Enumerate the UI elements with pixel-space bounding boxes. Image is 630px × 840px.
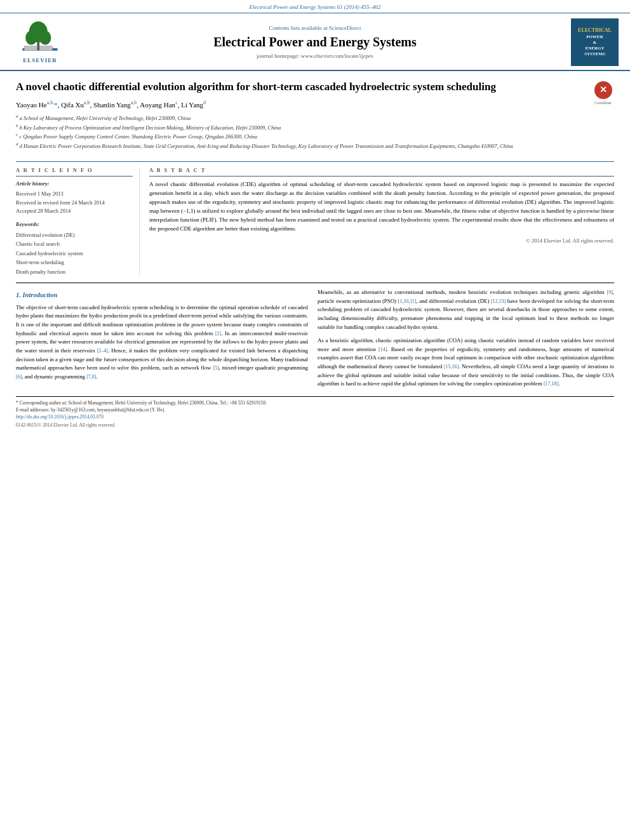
svg-point-4	[39, 30, 51, 44]
author-affil-e: d	[203, 100, 206, 105]
intro-right-paragraph2: As a heuristic algorithm, chaotic optimi…	[318, 337, 614, 389]
crossmark-icon[interactable]: ✕	[594, 81, 612, 99]
elsevier-logo: ELSEVIER	[11, 20, 69, 65]
header-middle: Contents lists available at ScienceDirec…	[69, 24, 561, 60]
author-yaoyao: Yaoyao He	[16, 101, 47, 109]
intro-left-paragraph1: The objective of short-term cascaded hyd…	[16, 303, 308, 382]
keyword-1: Differential evolution (DE)	[16, 230, 133, 239]
author-affil-c: a,b	[131, 100, 137, 105]
elsevier-tree-icon	[18, 20, 62, 55]
author-affil-a: a,b,	[47, 100, 55, 105]
affil-b: b b Key Laboratory of Process Optimizati…	[16, 123, 592, 132]
header: ELSEVIER Contents lists available at Sci…	[0, 13, 630, 71]
doi-link[interactable]: http://dx.doi.org/10.1016/j.ijepes.2014.…	[16, 414, 104, 420]
paper-title-text: A novel chaotic differential evolution a…	[16, 80, 592, 156]
affil-c: c c Qingdao Power Supply Company Control…	[16, 131, 592, 141]
journal-badge-container: ELECTRICAL POWER & ENERGY SYSTEMS	[561, 18, 619, 66]
svg-point-3	[25, 30, 37, 44]
sciencedirect-link[interactable]: Contents lists available at ScienceDirec…	[75, 24, 555, 32]
footnote-corresponding: * Corresponding author at: School of Man…	[16, 399, 614, 406]
intro-section: 1. Introduction The objective of short-t…	[16, 288, 614, 389]
paper-title: A novel chaotic differential evolution a…	[16, 80, 592, 94]
author-shanlin: Shanlin Yang	[93, 101, 131, 109]
intro-left-col: 1. Introduction The objective of short-t…	[16, 288, 308, 389]
affiliations: a a School of Management, Hefei Universi…	[16, 113, 592, 150]
accepted-date: Accepted 28 March 2014	[16, 207, 133, 216]
keyword-2: Chaotic local search	[16, 239, 133, 248]
svg-rect-6	[39, 46, 52, 50]
crossmark-section[interactable]: ✕ CrossMark	[592, 80, 614, 105]
journal-homepage: journal homepage: www.elsevier.com/locat…	[75, 52, 555, 60]
revised-date: Received in revised form 24 March 2014	[16, 199, 133, 208]
badge-title3: &	[593, 40, 597, 46]
paper-title-section: A novel chaotic differential evolution a…	[16, 71, 614, 161]
intro-right-paragraph1: Meanwhile, as an alternative to conventi…	[318, 288, 614, 331]
author-qifa: Qifa Xu	[61, 101, 84, 109]
svg-point-7	[37, 43, 39, 46]
article-info-header: A R T I C L E I N F O	[16, 167, 133, 177]
keywords-label: Keywords:	[16, 221, 133, 229]
copyright-line: © 2014 Elsevier Ltd. All rights reserved…	[149, 237, 614, 245]
authors-line: Yaoyao Hea,b,*, Qifa Xua,b, Shanlin Yang…	[16, 99, 592, 110]
abstract-col: A B S T R A C T A novel chaotic differen…	[149, 167, 614, 276]
footer-copyright: 0142-0615/© 2014 Elsevier Ltd. All right…	[16, 422, 614, 429]
author-liyang: Li Yang	[181, 101, 203, 109]
footnote-doi[interactable]: http://dx.doi.org/10.1016/j.ijepes.2014.…	[16, 413, 614, 420]
received-date: Received 1 May 2013	[16, 190, 133, 199]
intro-right-col: Meanwhile, as an alternative to conventi…	[318, 288, 614, 389]
intro-section-title: 1. Introduction	[16, 291, 308, 300]
section-number: 1.	[16, 291, 21, 298]
history-label: Article history:	[16, 180, 133, 188]
crossmark-label: CrossMark	[594, 100, 612, 105]
affil-a: a a School of Management, Hefei Universi…	[16, 113, 592, 123]
main-content: A novel chaotic differential evolution a…	[0, 71, 630, 432]
journal-badge: ELECTRICAL POWER & ENERGY SYSTEMS	[571, 18, 619, 66]
keyword-3: Cascaded hydroelectric system	[16, 249, 133, 258]
page: Electrical Power and Energy Systems 61 (…	[0, 0, 630, 840]
footnote-email: E-mail addresses: hy-342501y@163.com, he…	[16, 406, 614, 413]
badge-title5: SYSTEMS	[584, 51, 605, 57]
top-bar: Electrical Power and Energy Systems 61 (…	[0, 0, 630, 13]
author-affil-b: a,b	[84, 100, 90, 105]
abstract-header: A B S T R A C T	[149, 167, 614, 177]
contents-available-text: Contents lists available at ScienceDirec…	[269, 25, 361, 31]
article-info-col: A R T I C L E I N F O Article history: R…	[16, 167, 140, 276]
article-info-abstract: A R T I C L E I N F O Article history: R…	[16, 161, 614, 276]
body-divider	[16, 283, 614, 283]
author-aoyang: Aoyang Han	[140, 101, 175, 109]
footer: * Corresponding author at: School of Man…	[16, 396, 614, 432]
journal-title: Electrical Power and Energy Systems	[75, 34, 555, 50]
badge-title1: ELECTRICAL	[578, 27, 612, 34]
journal-reference: Electrical Power and Energy Systems 61 (…	[250, 4, 381, 10]
keyword-5: Death penalty function	[16, 267, 133, 276]
svg-rect-5	[24, 46, 37, 50]
abstract-text: A novel chaotic differential evolution (…	[149, 180, 614, 234]
badge-title2: POWER	[586, 34, 603, 40]
badge-title4: ENERGY	[586, 46, 605, 51]
affil-d: d d Hunan Electric Power Corporation Res…	[16, 141, 592, 150]
elsevier-brand-text: ELSEVIER	[23, 57, 57, 65]
keyword-4: Short-term scheduling	[16, 258, 133, 267]
section-title-text: Introduction	[23, 291, 58, 298]
